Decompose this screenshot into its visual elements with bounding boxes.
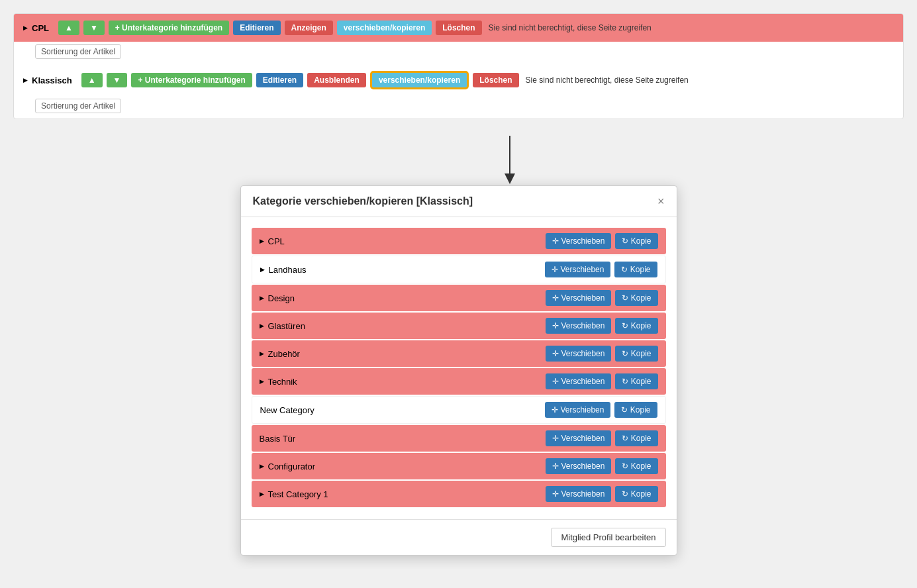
btn-up-klassisch[interactable]: ▲ bbox=[81, 73, 103, 87]
modal-cat-actions-technik: ✛ Verschieben↻ Kopie bbox=[546, 373, 657, 389]
cat-label-landhaus: Landhaus bbox=[269, 265, 307, 275]
btn-profil-bearbeiten[interactable]: Mitglied Profil bearbeiten bbox=[551, 528, 665, 547]
cat-label-technik: Technik bbox=[268, 377, 297, 387]
expand-icon-landhaus[interactable]: ▶ bbox=[260, 266, 265, 273]
modal-cat-name-landhaus: ▶Landhaus bbox=[260, 265, 546, 275]
btn-kopie-glastueren[interactable]: ↻ Kopie bbox=[615, 318, 657, 334]
btn-kopie-landhaus[interactable]: ↻ Kopie bbox=[614, 262, 657, 277]
expand-icon-design[interactable]: ▶ bbox=[260, 295, 264, 301]
btn-verschieben-test-category-1[interactable]: ✛ Verschieben bbox=[546, 486, 611, 502]
expand-icon-glastueren[interactable]: ▶ bbox=[260, 322, 264, 329]
btn-edit-cpl[interactable]: Editieren bbox=[233, 21, 280, 35]
modal-cat-actions-new-category: ✛ Verschieben↻ Kopie bbox=[545, 402, 657, 418]
modal-cat-row-landhaus: ▶Landhaus✛ Verschieben↻ Kopie bbox=[252, 256, 666, 283]
modal-cat-name-design: ▶Design bbox=[260, 293, 546, 303]
btn-kopie-new-category[interactable]: ↻ Kopie bbox=[614, 402, 657, 418]
cat-label-configurator: Configurator bbox=[268, 462, 316, 471]
btn-add-subcategory-klassisch[interactable]: + Unterkategorie hinzufügen bbox=[131, 73, 252, 87]
btn-sort-klassisch[interactable]: Sortierung der Artikel bbox=[35, 99, 121, 113]
modal-cat-row-design: ▶Design✛ Verschieben↻ Kopie bbox=[252, 285, 666, 311]
btn-verschieben-landhaus[interactable]: ✛ Verschieben bbox=[545, 262, 610, 277]
modal-cat-row-cpl: ▶CPL✛ Verschieben↻ Kopie bbox=[252, 228, 666, 254]
modal-footer: Mitglied Profil bearbeiten bbox=[241, 519, 677, 555]
modal-cat-row-zubehoer: ▶Zubehör✛ Verschieben↻ Kopie bbox=[252, 340, 666, 367]
cat-label-cpl: CPL bbox=[268, 236, 285, 246]
modal-cat-row-glastueren: ▶Glastüren✛ Verschieben↻ Kopie bbox=[252, 313, 666, 339]
modal-backdrop: Kategorie verschieben/kopieren [Klassisc… bbox=[13, 185, 904, 556]
expand-icon-zubehoer[interactable]: ▶ bbox=[260, 350, 264, 357]
expand-icon-cpl[interactable]: ▶ bbox=[260, 238, 264, 244]
modal-cat-actions-configurator: ✛ Verschieben↻ Kopie bbox=[546, 458, 657, 474]
modal-cat-row-technik: ▶Technik✛ Verschieben↻ Kopie bbox=[252, 368, 666, 395]
modal-cat-name-zubehoer: ▶Zubehör bbox=[260, 349, 546, 359]
btn-verschieben-glastueren[interactable]: ✛ Verschieben bbox=[546, 318, 611, 334]
btn-add-subcategory-cpl[interactable]: + Unterkategorie hinzufügen bbox=[109, 21, 229, 35]
modal-close-button[interactable]: × bbox=[657, 195, 665, 207]
btn-sort-cpl[interactable]: Sortierung der Artikel bbox=[35, 44, 121, 59]
modal-header: Kategorie verschieben/kopieren [Klassisc… bbox=[241, 186, 677, 217]
modal-body: ▶CPL✛ Verschieben↻ Kopie▶Landhaus✛ Versc… bbox=[241, 217, 677, 519]
modal-cat-name-new-category: New Category bbox=[260, 405, 546, 415]
cat-label-new-category: New Category bbox=[260, 405, 314, 415]
modal-move-copy: Kategorie verschieben/kopieren [Klassisc… bbox=[240, 185, 677, 556]
category-name-klassisch: Klassisch bbox=[32, 75, 72, 85]
modal-cat-actions-landhaus: ✛ Verschieben↻ Kopie bbox=[545, 262, 657, 277]
btn-verschieben-configurator[interactable]: ✛ Verschieben bbox=[546, 458, 611, 474]
btn-down-cpl[interactable]: ▼ bbox=[83, 21, 105, 35]
btn-up-cpl[interactable]: ▲ bbox=[58, 21, 79, 35]
expand-icon-test-category-1[interactable]: ▶ bbox=[260, 491, 264, 497]
expand-icon-technik[interactable]: ▶ bbox=[260, 378, 264, 385]
expand-icon-cpl[interactable]: ▶ bbox=[23, 24, 28, 31]
category-name-cpl: CPL bbox=[32, 23, 49, 33]
modal-cat-name-glastueren: ▶Glastüren bbox=[260, 321, 546, 331]
btn-kopie-test-category-1[interactable]: ↻ Kopie bbox=[615, 486, 657, 502]
cat-label-design: Design bbox=[268, 293, 295, 303]
modal-cat-actions-basis-tuer: ✛ Verschieben↻ Kopie bbox=[546, 430, 657, 446]
btn-verschieben-design[interactable]: ✛ Verschieben bbox=[546, 290, 611, 306]
modal-category-list: ▶CPL✛ Verschieben↻ Kopie▶Landhaus✛ Versc… bbox=[252, 228, 666, 507]
annotation-svg bbox=[391, 132, 589, 185]
category-row-cpl: ▶ CPL ▲ ▼ + Unterkategorie hinzufügen Ed… bbox=[14, 14, 903, 42]
btn-kopie-zubehoer[interactable]: ↻ Kopie bbox=[615, 346, 657, 362]
btn-edit-klassisch[interactable]: Editieren bbox=[256, 73, 303, 87]
btn-hide-klassisch[interactable]: Ausblenden bbox=[307, 73, 366, 87]
modal-cat-row-configurator: ▶Configurator✛ Verschieben↻ Kopie bbox=[252, 453, 666, 479]
btn-move-klassisch[interactable]: verschieben/kopieren bbox=[370, 71, 469, 89]
modal-cat-actions-zubehoer: ✛ Verschieben↻ Kopie bbox=[546, 346, 657, 362]
btn-kopie-design[interactable]: ↻ Kopie bbox=[615, 290, 657, 306]
modal-cat-actions-test-category-1: ✛ Verschieben↻ Kopie bbox=[546, 486, 657, 502]
modal-cat-name-test-category-1: ▶Test Category 1 bbox=[260, 489, 546, 499]
btn-kopie-technik[interactable]: ↻ Kopie bbox=[615, 373, 657, 389]
btn-verschieben-new-category[interactable]: ✛ Verschieben bbox=[545, 402, 610, 418]
btn-kopie-basis-tuer[interactable]: ↻ Kopie bbox=[615, 430, 657, 446]
modal-cat-name-technik: ▶Technik bbox=[260, 377, 546, 387]
modal-cat-row-basis-tuer: Basis Tür✛ Verschieben↻ Kopie bbox=[252, 425, 666, 452]
modal-title: Kategorie verschieben/kopieren [Klassisc… bbox=[253, 195, 473, 207]
modal-cat-name-basis-tuer: Basis Tür bbox=[260, 434, 546, 444]
modal-cat-row-new-category: New Category✛ Verschieben↻ Kopie bbox=[252, 396, 666, 424]
btn-kopie-configurator[interactable]: ↻ Kopie bbox=[615, 458, 657, 474]
cat-label-glastueren: Glastüren bbox=[268, 321, 305, 331]
btn-kopie-cpl[interactable]: ↻ Kopie bbox=[615, 233, 657, 249]
expand-icon-configurator[interactable]: ▶ bbox=[260, 463, 264, 469]
btn-verschieben-cpl[interactable]: ✛ Verschieben bbox=[546, 233, 611, 249]
sort-row-cpl: Sortierung der Artikel bbox=[14, 42, 903, 64]
modal-cat-name-cpl: ▶CPL bbox=[260, 236, 546, 246]
category-list: ▶ CPL ▲ ▼ + Unterkategorie hinzufügen Ed… bbox=[13, 13, 904, 119]
sort-row-klassisch: Sortierung der Artikel bbox=[14, 96, 903, 119]
btn-verschieben-basis-tuer[interactable]: ✛ Verschieben bbox=[546, 430, 611, 446]
btn-show-cpl[interactable]: Anzeigen bbox=[285, 21, 333, 35]
btn-verschieben-technik[interactable]: ✛ Verschieben bbox=[546, 373, 611, 389]
btn-verschieben-zubehoer[interactable]: ✛ Verschieben bbox=[546, 346, 611, 362]
modal-cat-actions-cpl: ✛ Verschieben↻ Kopie bbox=[546, 233, 657, 249]
modal-cat-row-test-category-1: ▶Test Category 1✛ Verschieben↻ Kopie bbox=[252, 481, 666, 507]
btn-delete-cpl[interactable]: Löschen bbox=[436, 21, 481, 35]
status-text-cpl: Sie sind nicht berechtigt, diese Seite z… bbox=[489, 23, 652, 32]
expand-icon-klassisch[interactable]: ▶ bbox=[23, 77, 28, 83]
btn-down-klassisch[interactable]: ▼ bbox=[107, 73, 128, 87]
cat-label-basis-tuer: Basis Tür bbox=[260, 434, 296, 444]
btn-delete-klassisch[interactable]: Löschen bbox=[473, 73, 518, 87]
btn-move-cpl[interactable]: verschieben/kopieren bbox=[337, 21, 432, 35]
category-row-klassisch: ▶ Klassisch ▲ ▼ + Unterkategorie hinzufü… bbox=[14, 64, 903, 96]
annotation-arrow bbox=[13, 132, 904, 185]
